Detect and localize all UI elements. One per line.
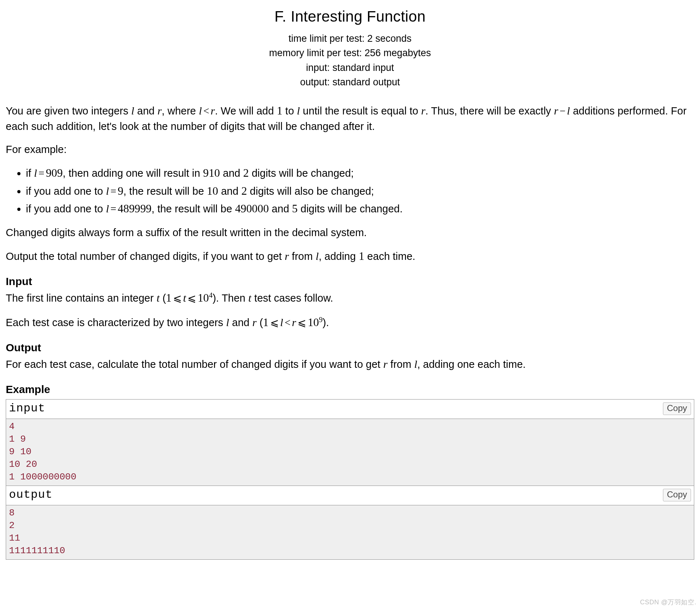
math-r: r [285, 250, 289, 262]
math-l: l [297, 105, 300, 117]
math-num: 2 [241, 185, 247, 197]
text: Each test case is characterized by two i… [6, 317, 226, 328]
text: , adding one each time. [417, 358, 526, 370]
input-mode: input: standard input [6, 60, 694, 75]
text: to [282, 105, 297, 117]
paragraph-output: For each test case, calculate the total … [6, 356, 694, 372]
paragraph-suffix-note: Changed digits always form a suffix of t… [6, 225, 694, 240]
math-ten: 10 [308, 316, 319, 329]
text: each time. [364, 251, 415, 262]
paragraph-example-lead: For example: [6, 142, 694, 157]
text: ). Then [213, 292, 248, 304]
section-heading-input: Input [6, 274, 694, 289]
list-item: if you add one to l=9, the result will b… [26, 183, 694, 199]
text: ( [160, 292, 166, 304]
math-l: l [226, 316, 229, 329]
math-l: l [315, 250, 318, 262]
math-num: 2 [243, 167, 249, 179]
example-output-text: 8 2 11 1111111110 [6, 505, 694, 559]
math-le: ⩽ [172, 292, 183, 304]
math-one: 1 [277, 104, 282, 117]
math-l: l [131, 105, 134, 117]
section-heading-output: Output [6, 340, 694, 356]
math-eq: = [37, 167, 46, 179]
math-eq: = [109, 185, 118, 197]
math-r: r [252, 316, 256, 329]
math-num: 910 [203, 167, 220, 179]
math-r: r [211, 105, 215, 117]
math-r: r [554, 105, 558, 117]
text: , where [162, 105, 199, 117]
copy-input-button[interactable]: Copy [663, 402, 691, 415]
math-ten: 10 [197, 292, 209, 304]
text: , the result will be [123, 185, 207, 197]
problem-limits: time limit per test: 2 seconds memory li… [6, 31, 694, 90]
math-eq: = [109, 203, 118, 215]
math-r: r [383, 358, 387, 370]
math-l: l [414, 358, 417, 370]
text: digits will also be changed; [247, 185, 374, 197]
paragraph-input-2: Each test case is characterized by two i… [6, 314, 694, 330]
text: For each test case, calculate the total … [6, 358, 383, 370]
math-l: l [106, 203, 109, 215]
math-r: r [158, 105, 162, 117]
math-minus: − [558, 105, 567, 117]
math-one: 1 [263, 316, 269, 329]
math-lt: < [283, 317, 292, 328]
text: and [229, 317, 253, 328]
list-item: if you add one to l=489999, the result w… [26, 200, 694, 217]
example-input-label: input [9, 400, 45, 417]
math-num: 10 [207, 185, 218, 197]
math-one: 1 [359, 250, 364, 262]
text: and [269, 203, 292, 215]
math-le: ⩽ [296, 317, 308, 328]
text: test cases follow. [251, 292, 333, 304]
math-t: t [248, 292, 251, 304]
text: and [220, 167, 243, 179]
paragraph-task: Output the total number of changed digit… [6, 248, 694, 264]
math-le: ⩽ [269, 317, 280, 328]
example-input-text: 4 1 9 9 10 10 20 1 1000000000 [6, 419, 694, 486]
text: The first line contains an integer [6, 292, 156, 304]
text: from [387, 358, 414, 370]
problem-statement: F. Interesting Function time limit per t… [0, 0, 700, 574]
paragraph-input-1: The first line contains an integer t (1⩽… [6, 290, 694, 306]
text: , the result will be [151, 203, 235, 215]
text: , adding [319, 251, 359, 262]
text: ). [323, 317, 329, 328]
text: from [289, 251, 315, 262]
problem-body: You are given two integers l and r, wher… [6, 103, 694, 560]
text: and [218, 185, 241, 197]
text: , then adding one will result in [63, 167, 203, 179]
math-t: t [156, 292, 159, 304]
example-bullets: if l=909, then adding one will result in… [6, 165, 694, 217]
math-one: 1 [166, 292, 172, 304]
text: if you add one to [26, 203, 106, 215]
math-num: 909 [46, 167, 63, 179]
example-output-header: output Copy [6, 486, 694, 505]
example-input-header: input Copy [6, 400, 694, 419]
math-le: ⩽ [186, 292, 197, 304]
text: . Thus, there will be exactly [426, 105, 554, 117]
paragraph-intro: You are given two integers l and r, wher… [6, 103, 694, 134]
math-l: l [34, 167, 37, 179]
math-lt: < [202, 105, 210, 117]
time-limit: time limit per test: 2 seconds [6, 31, 694, 46]
example-block: input Copy 4 1 9 9 10 10 20 1 1000000000… [6, 399, 694, 560]
math-l: l [280, 316, 283, 329]
text: digits will be changed. [297, 203, 403, 215]
problem-title: F. Interesting Function [6, 6, 694, 28]
math-l: l [567, 105, 570, 117]
copy-output-button[interactable]: Copy [663, 489, 691, 501]
list-item: if l=909, then adding one will result in… [26, 165, 694, 181]
text: if you add one to [26, 185, 106, 197]
math-exp9: 9 [319, 316, 323, 324]
math-r: r [292, 316, 296, 329]
math-exp4: 4 [209, 292, 213, 299]
math-num: 489999 [118, 202, 151, 215]
text: if [26, 167, 34, 179]
memory-limit: memory limit per test: 256 megabytes [6, 46, 694, 60]
output-mode: output: standard output [6, 75, 694, 90]
section-heading-example: Example [6, 382, 694, 397]
math-num: 9 [118, 185, 123, 197]
